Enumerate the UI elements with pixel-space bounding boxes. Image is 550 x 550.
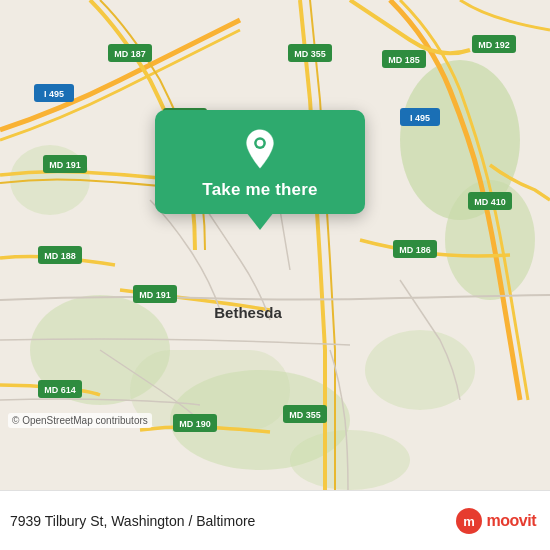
svg-text:MD 190: MD 190 <box>179 419 211 429</box>
address-label: 7939 Tilbury St, Washington / Baltimore <box>10 513 255 529</box>
svg-point-43 <box>257 140 264 147</box>
svg-point-7 <box>290 430 410 490</box>
svg-text:I 495: I 495 <box>410 113 430 123</box>
svg-text:MD 186: MD 186 <box>399 245 431 255</box>
svg-text:MD 191: MD 191 <box>49 160 81 170</box>
map-container: I 495 I 495 MD 187 MD 355 MD 185 MD 192 … <box>0 0 550 490</box>
map-attribution: © OpenStreetMap contributors <box>8 413 152 428</box>
svg-text:MD 355: MD 355 <box>294 49 326 59</box>
svg-text:MD 188: MD 188 <box>44 251 76 261</box>
svg-point-6 <box>365 330 475 410</box>
popup-tail <box>246 212 274 230</box>
moovit-logo: m moovit <box>455 507 536 535</box>
svg-text:MD 192: MD 192 <box>478 40 510 50</box>
location-pin-icon <box>239 128 281 170</box>
moovit-icon: m <box>455 507 483 535</box>
svg-text:MD 614: MD 614 <box>44 385 76 395</box>
svg-text:MD 185: MD 185 <box>388 55 420 65</box>
popup-card[interactable]: Take me there <box>155 110 365 214</box>
svg-text:MD 355: MD 355 <box>289 410 321 420</box>
svg-text:MD 410: MD 410 <box>474 197 506 207</box>
bottom-bar: 7939 Tilbury St, Washington / Baltimore … <box>0 490 550 550</box>
svg-text:MD 187: MD 187 <box>114 49 146 59</box>
svg-text:MD 191: MD 191 <box>139 290 171 300</box>
take-me-there-button[interactable]: Take me there <box>202 180 317 200</box>
moovit-wordmark: moovit <box>487 512 536 530</box>
svg-text:I 495: I 495 <box>44 89 64 99</box>
svg-text:m: m <box>463 514 475 529</box>
svg-text:Bethesda: Bethesda <box>214 304 282 321</box>
